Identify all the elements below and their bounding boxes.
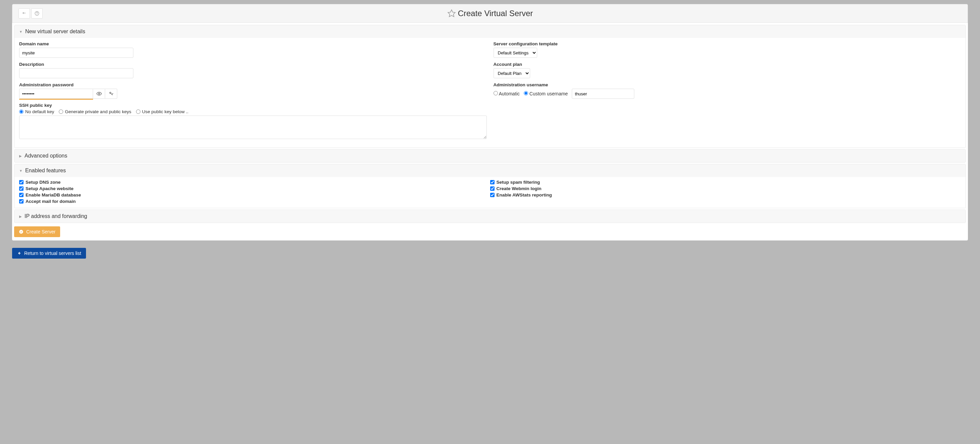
ssh-generate-radio[interactable]: Generate private and public keys xyxy=(59,109,131,114)
panel-features: ▼ Enabled features Setup DNS zone Setup … xyxy=(14,164,966,208)
svg-point-3 xyxy=(99,93,100,94)
chevron-right-icon: ▶ xyxy=(19,154,22,158)
chevron-down-icon: ▼ xyxy=(19,169,22,173)
domain-input[interactable] xyxy=(19,48,134,58)
svg-point-4 xyxy=(110,92,111,93)
page-title: Create Virtual Server xyxy=(458,9,533,18)
panel-ip-header[interactable]: ▶ IP address and forwarding xyxy=(14,210,966,223)
key-icon xyxy=(108,91,114,96)
username-auto-radio[interactable]: Automatic xyxy=(493,91,520,96)
eye-icon xyxy=(96,91,102,96)
content-card: ▼ New virtual server details Domain name… xyxy=(12,23,968,240)
password-label: Administration password xyxy=(19,82,487,88)
ssh-none-radio[interactable]: No default key xyxy=(19,109,54,114)
check-circle-icon xyxy=(19,229,24,234)
show-password-button[interactable] xyxy=(93,89,105,99)
feature-awstats[interactable]: Enable AWStats reporting xyxy=(490,193,961,197)
feature-mariadb[interactable]: Enable MariaDB database xyxy=(19,193,490,197)
feature-mail[interactable]: Accept mail for domain xyxy=(19,199,490,204)
create-server-button[interactable]: Create Server xyxy=(14,226,60,237)
feature-dns[interactable]: Setup DNS zone xyxy=(19,180,490,185)
description-label: Description xyxy=(19,62,487,67)
plan-select[interactable]: Default Plan xyxy=(493,68,530,78)
generate-password-button[interactable] xyxy=(105,89,117,99)
password-input[interactable] xyxy=(19,89,93,99)
help-button[interactable] xyxy=(31,8,43,19)
svg-marker-2 xyxy=(448,10,455,17)
panel-advanced-header[interactable]: ▶ Advanced options xyxy=(14,150,966,162)
return-button[interactable]: Return to virtual servers list xyxy=(12,248,86,259)
panel-features-title: Enabled features xyxy=(25,167,66,173)
template-select[interactable]: Default Settings xyxy=(493,48,537,58)
panel-advanced-title: Advanced options xyxy=(24,153,67,159)
panel-details-header[interactable]: ▼ New virtual server details xyxy=(14,25,966,38)
help-icon xyxy=(35,11,39,16)
panel-features-header[interactable]: ▼ Enabled features xyxy=(14,164,966,177)
username-custom-radio[interactable]: Custom username xyxy=(524,91,568,96)
chevron-right-icon: ▶ xyxy=(19,215,22,218)
panel-advanced: ▶ Advanced options xyxy=(14,149,966,162)
plan-label: Account plan xyxy=(493,62,961,67)
star-icon xyxy=(447,9,456,18)
ssh-use-radio[interactable]: Use public key below .. xyxy=(136,109,188,114)
username-input[interactable] xyxy=(572,89,634,99)
feature-spam[interactable]: Setup spam filtering xyxy=(490,180,961,185)
panel-details: ▼ New virtual server details Domain name… xyxy=(14,25,966,148)
panel-details-title: New virtual server details xyxy=(25,29,85,35)
feature-webmin[interactable]: Create Webmin login xyxy=(490,186,961,191)
svg-point-5 xyxy=(19,230,23,234)
arrow-left-icon xyxy=(17,251,22,256)
username-label: Administration username xyxy=(493,82,961,88)
template-label: Server configuration template xyxy=(493,41,961,46)
domain-label: Domain name xyxy=(19,41,487,46)
description-input[interactable] xyxy=(19,68,134,78)
page-header: Create Virtual Server xyxy=(12,4,968,23)
ssh-label: SSH public key xyxy=(19,103,487,108)
back-arrow-icon xyxy=(22,11,27,16)
chevron-down-icon: ▼ xyxy=(19,30,22,33)
panel-ip-title: IP address and forwarding xyxy=(24,213,87,219)
svg-point-1 xyxy=(37,14,37,15)
back-button[interactable] xyxy=(19,8,30,19)
ssh-textarea[interactable] xyxy=(19,116,487,139)
feature-apache[interactable]: Setup Apache website xyxy=(19,186,490,191)
panel-ip: ▶ IP address and forwarding xyxy=(14,210,966,223)
